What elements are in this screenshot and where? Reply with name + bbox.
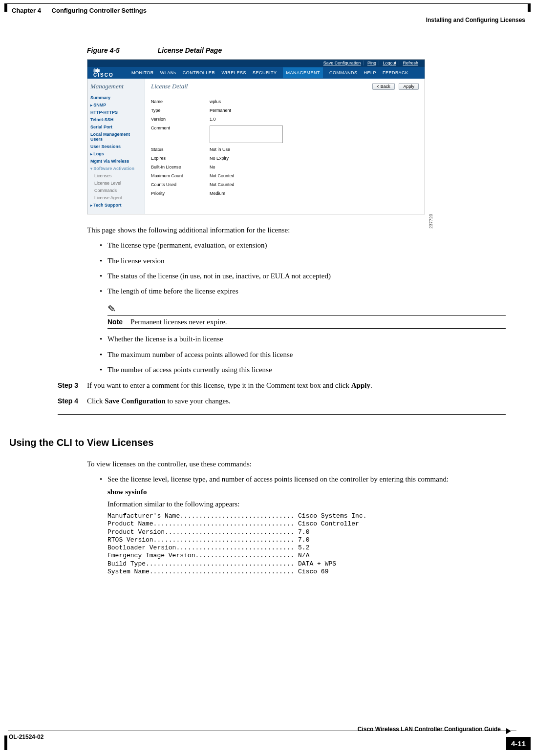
list-item: The number of access points currently us… — [100, 365, 506, 375]
cli-intro: To view licenses on the controller, use … — [87, 459, 506, 469]
field-value-max-count: Not Counted — [210, 173, 307, 178]
license-detail-grid: Name wplus Type Permanent Version 1.0 Co… — [151, 99, 419, 196]
sidebar-item-tech-support[interactable]: Tech Support — [90, 203, 142, 208]
field-label-priority: Priority — [151, 191, 210, 196]
apply-button[interactable]: Apply — [399, 83, 419, 90]
tab-wireless[interactable]: WIRELESS — [221, 70, 246, 75]
step3-post: . — [370, 381, 372, 389]
field-value-version: 1.0 — [210, 117, 307, 122]
figure-image-wrap: 237720 Save Configuration Ping Logout Re… — [87, 59, 535, 214]
panel-title: License Detail — [151, 83, 188, 90]
sidebar-item-license-agent[interactable]: License Agent — [90, 195, 142, 200]
app-navbar: ı|ıı|ıı CISCO MONITOR WLANs CONTROLLER W… — [87, 67, 425, 79]
field-value-priority: Medium — [210, 191, 307, 196]
field-value-status: Not in Use — [210, 147, 307, 152]
step-row-4: Step 4 Click Save Configuration to save … — [58, 396, 506, 406]
bullet-list-2: Whether the license is a built-in licens… — [100, 334, 506, 375]
sidebar-item-software-activation[interactable]: Software Activation — [90, 166, 142, 171]
sidebar-item-logs[interactable]: Logs — [90, 151, 142, 156]
sidebar-item-commands[interactable]: Commands — [90, 188, 142, 193]
tab-management[interactable]: MANAGEMENT — [283, 67, 323, 78]
figure-title: License Detail Page — [158, 46, 222, 54]
list-item: The maximum number of access points allo… — [100, 350, 506, 359]
sidebar-item-http-https[interactable]: HTTP-HTTPS — [90, 110, 142, 115]
back-button[interactable]: < Back — [372, 83, 395, 90]
sidebar-item-local-management-users[interactable]: Local Management Users — [90, 132, 142, 142]
field-label-status: Status — [151, 147, 210, 152]
header-rule — [7, 3, 530, 4]
link-refresh[interactable]: Refresh — [400, 61, 421, 65]
sidebar-item-user-sessions[interactable]: User Sessions — [90, 144, 142, 149]
app-top-links: Save Configuration Ping Logout Refresh — [87, 60, 425, 67]
step3-pre: If you want to enter a comment for this … — [87, 381, 351, 389]
field-label-comment: Comment — [151, 126, 210, 143]
chapter-line: Chapter 4 Configuring Controller Setting… — [12, 7, 147, 14]
list-item: The license version — [100, 256, 506, 266]
sidebar-item-license-level[interactable]: License Level — [90, 181, 142, 186]
figure-label: Figure 4-5 — [87, 46, 120, 54]
sidebar-title: Management — [90, 83, 142, 90]
page-header: Chapter 4 Configuring Controller Setting… — [0, 0, 535, 21]
sidebar-item-snmp[interactable]: SNMP — [90, 103, 142, 107]
panel-buttons: < Back Apply — [369, 83, 419, 90]
field-value-name: wplus — [210, 99, 307, 104]
intro-paragraph: This page shows the following additional… — [87, 225, 506, 235]
tab-help[interactable]: HELP — [364, 70, 376, 75]
cli-output-lead: Information similar to the following app… — [107, 500, 535, 508]
cisco-logo: ı|ıı|ıı CISCO — [87, 68, 127, 77]
page-footer: Cisco Wireless LAN Controller Configurat… — [0, 726, 535, 751]
footer-left-mark — [4, 735, 7, 750]
list-item: The license type (permanent, evaluation,… — [100, 240, 506, 250]
image-reference-number: 237720 — [428, 214, 433, 229]
tab-feedback[interactable]: FEEDBACK — [383, 70, 408, 75]
main-panel: License Detail < Back Apply Name wplus T… — [145, 79, 425, 214]
list-item: The status of the license (in use, not i… — [100, 271, 506, 281]
sidebar-item-serial-port[interactable]: Serial Port — [90, 125, 142, 129]
list-item: See the license level, license type, and… — [100, 474, 506, 484]
field-label-name: Name — [151, 99, 210, 104]
sidebar-item-mgmt-via-wireless[interactable]: Mgmt Via Wireless — [90, 159, 142, 164]
field-label-expires: Expires — [151, 156, 210, 161]
field-label-builtin: Built-In License — [151, 165, 210, 169]
cisco-logo-text: CISCO — [93, 73, 127, 77]
tab-monitor[interactable]: MONITOR — [131, 70, 154, 75]
figure-caption: Figure 4-5 License Detail Page — [87, 46, 535, 54]
field-value-expires: No Expiry — [210, 156, 307, 161]
nav-tabs: MONITOR WLANs CONTROLLER WIRELESS SECURI… — [127, 70, 408, 75]
footer-guide-title: Cisco Wireless LAN Controller Configurat… — [358, 726, 501, 733]
step4-post: to save your changes. — [166, 397, 231, 405]
step-separator — [58, 414, 506, 415]
note-rules: Note Permanent licenses never expire. — [107, 315, 506, 329]
footer-doc-number: OL-21524-02 — [9, 734, 43, 740]
sidebar-item-licenses[interactable]: Licenses — [90, 173, 142, 178]
link-save-configuration[interactable]: Save Configuration — [321, 61, 364, 65]
tab-commands[interactable]: COMMANDS — [329, 70, 358, 75]
note-label: Note — [107, 318, 123, 326]
list-item: Whether the license is a built-in licens… — [100, 334, 506, 344]
cli-output: Manufacturer's Name.....................… — [107, 512, 535, 576]
footer-rule — [8, 731, 516, 731]
page-number: 4-11 — [506, 737, 531, 750]
field-label-type: Type — [151, 108, 210, 113]
step-row-3: Step 3 If you want to enter a comment fo… — [58, 380, 506, 390]
step3-bold: Apply — [351, 381, 370, 389]
field-label-version: Version — [151, 117, 210, 122]
link-ping[interactable]: Ping — [365, 61, 379, 65]
field-value-counts-used: Not Counted — [210, 182, 307, 187]
note-block: ✎ Note Permanent licenses never expire. — [107, 303, 506, 329]
field-value-type: Permanent — [210, 108, 307, 113]
sidebar-item-summary[interactable]: Summary — [90, 95, 142, 100]
tab-security[interactable]: SECURITY — [253, 70, 277, 75]
sidebar-item-telnet-ssh[interactable]: Telnet-SSH — [90, 117, 142, 122]
section-title: Installing and Configuring Licenses — [426, 17, 525, 23]
header-left-mark — [4, 3, 7, 12]
step-label: Step 4 — [58, 397, 79, 405]
tab-wlans[interactable]: WLANs — [160, 70, 176, 75]
step-text: Click Save Configuration to save your ch… — [87, 396, 231, 406]
tab-controller[interactable]: CONTROLLER — [183, 70, 215, 75]
comment-textarea[interactable] — [210, 126, 283, 143]
link-logout[interactable]: Logout — [380, 61, 399, 65]
content-area: Figure 4-5 License Detail Page 237720 Sa… — [0, 46, 535, 576]
cli-bullet-list: See the license level, license type, and… — [100, 474, 506, 484]
license-detail-screenshot: 237720 Save Configuration Ping Logout Re… — [87, 59, 425, 214]
